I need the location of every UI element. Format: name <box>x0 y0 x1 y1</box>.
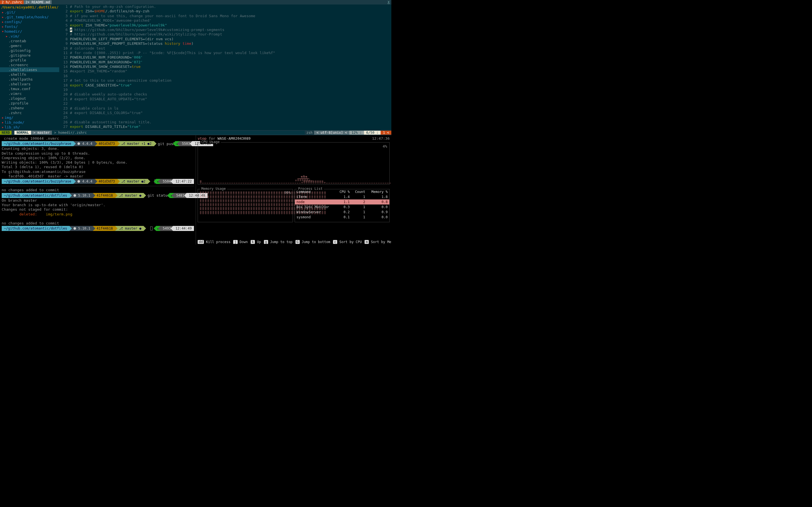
tree-file[interactable]: .screenrc <box>0 62 59 67</box>
code-line: 17# Set to this to use case-sensitive co… <box>59 78 391 83</box>
git-output-line: no changes added to commit <box>2 188 194 192</box>
prompt-command[interactable]: git status <box>144 193 169 198</box>
prompt-path: ~/github.com/atomantic/dotfiles <box>2 193 69 198</box>
vtop-shortcut: c Sort by CPU <box>333 240 362 244</box>
chevron-right-icon: ▸ <box>1 115 4 120</box>
code-line: 24# export DISABLE_LS_COLORS="true" <box>59 111 391 115</box>
git-output-line: Counting objects: 3, done. <box>2 147 194 151</box>
process-row[interactable]: sysmond0.110.0 <box>295 215 390 220</box>
vtop-clock: 12:47:36 <box>372 136 390 140</box>
chevron-right-icon: ▸ <box>1 15 4 19</box>
tree-dir[interactable]: ▸img/ <box>0 115 59 120</box>
statusbar-branch: > master <box>31 131 52 135</box>
process-row[interactable]: iTerm1.411.8 <box>295 194 390 200</box>
nerd-label: NERD <box>0 131 11 135</box>
git-output-line: On branch master <box>2 198 194 203</box>
code-line: 13POWERLEVEL9K_NVM_BACKGROUND='072' <box>59 60 391 64</box>
tree-file[interactable]: .shellpaths <box>0 77 59 82</box>
code-line: 5export ZSH_THEME="powerlevel9k/powerlev… <box>59 23 391 27</box>
vim-statusbar: NERD NORMAL > master > homedir/.zshrc zs… <box>0 130 391 135</box>
code-line: 23# disable colors in ls <box>59 106 391 111</box>
code-line: 3# if you want to use this, change your … <box>59 14 391 18</box>
git-output-line: Delta compression using up to 8 threads. <box>2 151 194 156</box>
prompt-path: ~/github.com/atomantic/dotfiles <box>2 226 69 231</box>
statusbar-path: > homedir/.zshrc <box>52 131 305 135</box>
vim-mode: NORMAL <box>14 131 31 135</box>
vim-editor: 2 h/.zshrc 2+ README.md X /Users/eivya00… <box>0 0 391 135</box>
code-line: 2export ZSH=$HOME/.dotfiles/oh-my-zsh <box>59 9 391 13</box>
code-line: 14POWERLEVEL9K_SHOW_CHANGESET=true <box>59 64 391 69</box>
tree-dir[interactable]: ▾homedir/ <box>0 29 59 34</box>
code-line: 7# https://github.com/bhilburn/powerleve… <box>59 32 391 37</box>
vtop-shortcut: g Jump to top <box>264 240 293 244</box>
prompt-node-version: ⬢ 5.10.1 <box>69 193 93 198</box>
tree-file[interactable]: .vimrc <box>0 91 59 96</box>
memory-usage-box: Memory Usage 99% ⣿⣿⣿⣿⣿⣿⣿⣿⣿⣿⣿⣿⣿⣿⣿⣿⣿⣿⣿⣿⣿⣿⣿… <box>198 189 293 222</box>
tree-dir[interactable]: ▸.vim/ <box>0 34 59 39</box>
tab-zshrc[interactable]: 2 h/.zshrc <box>0 0 24 4</box>
pane-divider <box>2 186 194 186</box>
shell-prompt: ~/github.com/atomantic/dotfiles⬢ 5.10.14… <box>2 193 194 198</box>
tree-file[interactable]: .gitignore <box>0 53 59 58</box>
statusbar-column: 1 < <box>380 131 391 135</box>
shell-prompt: ~/github.com/atomantic/dotfiles⬢ 5.10.14… <box>2 226 194 231</box>
code-line: 6# https://github.com/bhilburn/powerleve… <box>59 27 391 32</box>
tree-file[interactable]: .zlogout <box>0 96 59 101</box>
tree-file[interactable]: .tmux.conf <box>0 87 59 91</box>
tree-dir[interactable]: ▸fonts/ <box>0 24 59 29</box>
tree-file[interactable]: .shellaliases <box>0 67 59 72</box>
chevron-right-icon: ▸ <box>1 125 4 129</box>
chevron-right-icon: ▸ <box>1 20 4 24</box>
code-line: 21# export DISABLE_AUTO_UPDATE="true" <box>59 97 391 101</box>
terminal-right-vtop[interactable]: vtop for WASE-AM02043089 12:47:36 CPU Us… <box>196 135 391 244</box>
tab-readme[interactable]: 2+ README.md <box>24 0 52 4</box>
prompt-git-branch: ⎇ master ↑1 ●2 <box>117 141 154 146</box>
terminal-left[interactable]: create mode 100644 .nvmrc ~/github.com/a… <box>0 135 196 244</box>
tree-dir[interactable]: ▸configs/ <box>0 19 59 24</box>
tree-dir[interactable]: ▸lib_sh/ <box>0 125 59 129</box>
prompt-node-version: ⬢ 5.10.1 <box>69 226 93 231</box>
process-row[interactable]: node1.120.8 <box>295 200 390 205</box>
statusbar-position: 6/50 : <box>364 131 380 135</box>
git-output-line: To git@github.com:atomantic/buzzphrase <box>2 170 194 174</box>
prompt-time: 12:47:22 <box>173 179 194 184</box>
vtop-shortcut: G Jump to bottom <box>296 240 331 244</box>
tree-file[interactable]: .profile <box>0 58 59 62</box>
prompt-path: ~/github.com/atomantic/buzzphrase <box>2 141 73 146</box>
tree-file[interactable]: .zprofile <box>0 101 59 106</box>
sidebar-root-path: /Users/eivya001/.dotfiles/ <box>0 4 59 10</box>
prompt-command[interactable]: git push <box>154 142 175 146</box>
process-row[interactable]: WindowServer0.210.9 <box>295 210 390 215</box>
git-output-line: Total 3 (delta 1), reused 0 (delta 0) <box>2 165 194 169</box>
cpu-percent: 4% <box>383 144 387 149</box>
tree-file[interactable]: .gitconfig <box>0 48 59 53</box>
chevron-right-icon: ▸ <box>1 120 4 124</box>
prompt-node-version: ⬢ 4.4.4 <box>73 141 94 146</box>
tree-dir[interactable]: ▸lib_node/ <box>0 120 59 125</box>
tree-file[interactable]: .shellvars <box>0 82 59 87</box>
tree-dir[interactable]: ▸.git_template/hooks/ <box>0 15 59 19</box>
tree-dir[interactable]: ▸.git/ <box>0 10 59 15</box>
git-output-line: create mode 100644 .nvmrc <box>2 136 194 141</box>
process-table[interactable]: CommandCPU %CountMemory %iTerm1.411.8nod… <box>295 189 390 220</box>
code-line: 26# disable autosetting terminal title. <box>59 120 391 124</box>
nerdtree-sidebar[interactable]: /Users/eivya001/.dotfiles/ ▸.git/▸.git_t… <box>0 4 59 130</box>
tree-file[interactable]: .shellfn <box>0 72 59 77</box>
tree-file[interactable]: .zshrc <box>0 110 59 115</box>
prompt-git-sha: 401d3d73 <box>95 141 117 146</box>
code-editor[interactable]: 1# Path to your oh-my-zsh configuration.… <box>59 4 391 130</box>
tree-file[interactable]: .gemrc <box>0 43 59 48</box>
shell-prompt: ~/github.com/atomantic/buzzphrase⬢ 4.4.4… <box>2 141 194 146</box>
chevron-right-icon: ▸ <box>5 34 8 38</box>
prompt-path: ~/github.com/atomantic/buzzphrase <box>2 179 73 184</box>
chevron-down-icon: ▾ <box>1 29 4 34</box>
prompt-git-sha: 401d3d73 <box>95 179 117 184</box>
chevron-right-icon: ▸ <box>1 10 4 14</box>
process-row[interactable]: Box Sync Monitor0.310.0 <box>295 205 390 210</box>
git-output-line: no changes added to commit <box>2 221 194 226</box>
prompt-git-branch: ⎇ master ● <box>115 193 144 198</box>
close-icon[interactable]: X <box>386 0 391 4</box>
tree-file[interactable]: .crontab <box>0 39 59 43</box>
code-line: 1# Path to your oh-my-zsh configuration. <box>59 4 391 9</box>
tree-file[interactable]: .zshenv <box>0 106 59 110</box>
